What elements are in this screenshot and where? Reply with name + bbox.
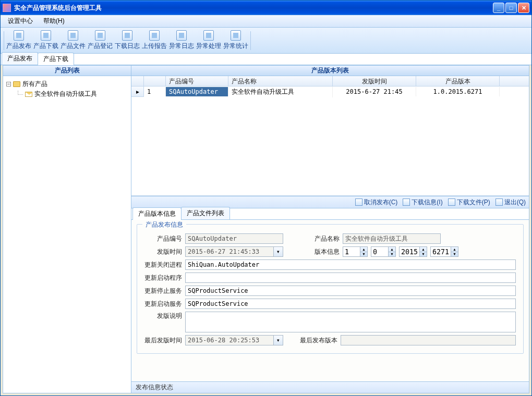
toolbar-product-register[interactable]: 产品登记 <box>87 29 114 52</box>
download-icon <box>41 30 51 41</box>
publish-icon <box>14 30 24 41</box>
tab-file-list[interactable]: 产品文件列表 <box>181 207 230 219</box>
tree-child-label: 实全软件自动升级工具 <box>34 90 97 98</box>
start-service-field[interactable] <box>185 299 516 309</box>
grid-header: 产品编号 产品名称 发版时间 产品版本 <box>131 76 529 86</box>
tab-version-info[interactable]: 产品版本信息 <box>132 207 182 220</box>
row-indicator-icon: ▸ <box>131 86 144 97</box>
menubar: 设置中心 帮助(H) <box>1 15 531 28</box>
exit-icon <box>495 199 503 206</box>
start-program-field[interactable] <box>185 273 516 283</box>
minimize-button[interactable]: _ <box>493 3 504 13</box>
maximize-button[interactable]: □ <box>505 3 517 13</box>
product-tree[interactable]: − 所有产品 实全软件自动升级工具 <box>3 76 131 393</box>
titlebar: 实全产品管理系统后台管理工具 _ □ ✕ <box>1 1 531 15</box>
folder-icon <box>13 81 20 87</box>
product-code-field[interactable] <box>185 233 283 244</box>
tree-root-label: 所有产品 <box>22 80 47 89</box>
close-button[interactable]: ✕ <box>518 3 529 13</box>
toolbar: 产品发布 产品下载 产品文件 产品登记 下载日志 上传报告 异常日志 异常处理 … <box>1 28 531 54</box>
menu-settings[interactable]: 设置中心 <box>4 16 37 27</box>
dropdown-icon[interactable]: ▾ <box>274 335 283 345</box>
col-publish-time[interactable]: 发版时间 <box>333 76 416 86</box>
version-major-stepper[interactable]: ▲▼ <box>343 246 368 257</box>
tab-product-publish[interactable]: 产品发布 <box>2 52 38 65</box>
dropdown-icon[interactable]: ▾ <box>274 246 283 257</box>
last-publish-time-field[interactable] <box>185 335 274 345</box>
status-text: 发布信息状态 <box>136 383 173 392</box>
publish-info-group: 产品发布信息 产品编号 产品名称 发版时间 ▾ 版本信息 ▲▼ <box>137 224 524 354</box>
exlog-icon <box>176 30 187 41</box>
version-build-stepper[interactable]: ▲▼ <box>399 246 427 257</box>
log-icon <box>122 30 132 41</box>
app-icon <box>3 4 11 12</box>
report-icon <box>149 30 160 41</box>
stop-service-field[interactable] <box>185 286 516 296</box>
cancel-publish-button[interactable]: 取消发布(C) <box>355 198 398 207</box>
last-version-field[interactable] <box>341 335 516 345</box>
download-info-button[interactable]: 下载信息(I) <box>403 198 442 207</box>
fieldset-legend: 产品发布信息 <box>142 220 186 229</box>
publish-time-field[interactable] <box>185 246 274 257</box>
toolbar-exception-handle[interactable]: 异常处理 <box>195 29 222 52</box>
grid-title: 产品版本列表 <box>131 66 529 76</box>
download-file-button[interactable]: 下载文件(P) <box>448 198 490 207</box>
exstats-icon <box>231 30 241 41</box>
publish-desc-field[interactable] <box>185 312 516 332</box>
collapse-icon[interactable]: − <box>6 82 11 86</box>
menu-help[interactable]: 帮助(H) <box>39 16 69 27</box>
exhandle-icon <box>203 30 214 41</box>
grid-row[interactable]: ▸ 1 SQAutoUpdater 实全软件自动升级工具 2015-6-27 2… <box>131 86 529 97</box>
toolbar-upload-report[interactable]: 上传报告 <box>141 29 168 52</box>
left-pane-title: 产品列表 <box>3 66 131 76</box>
item-icon <box>25 92 32 97</box>
download-file-icon <box>448 199 455 206</box>
col-product-name[interactable]: 产品名称 <box>228 76 333 86</box>
toolbar-product-files[interactable]: 产品文件 <box>59 29 87 52</box>
col-product-code[interactable]: 产品编号 <box>166 76 228 86</box>
register-icon <box>95 30 105 41</box>
tree-child[interactable]: 实全软件自动升级工具 <box>6 89 128 99</box>
tree-root[interactable]: − 所有产品 <box>6 79 128 89</box>
toolbar-exception-log[interactable]: 异常日志 <box>168 29 195 52</box>
exit-button[interactable]: 退出(Q) <box>495 198 526 207</box>
info-icon <box>403 199 410 206</box>
main-tabs: 产品发布 产品下载 <box>1 54 531 65</box>
version-rev-stepper[interactable]: ▲▼ <box>430 246 458 257</box>
detail-tabs: 产品版本信息 产品文件列表 <box>131 208 529 220</box>
window-title: 实全产品管理系统后台管理工具 <box>14 4 493 13</box>
col-product-version[interactable]: 产品版本 <box>416 76 500 86</box>
statusbar: 发布信息状态 <box>131 381 529 393</box>
toolbar-exception-stats[interactable]: 异常统计 <box>222 29 249 52</box>
version-minor-stepper[interactable]: ▲▼ <box>371 246 396 257</box>
files-icon <box>68 30 78 41</box>
toolbar-product-download[interactable]: 产品下载 <box>32 29 59 52</box>
tab-product-download[interactable]: 产品下载 <box>38 53 74 65</box>
product-name-field[interactable] <box>343 233 441 244</box>
close-process-field[interactable] <box>185 259 516 270</box>
toolbar-product-publish[interactable]: 产品发布 <box>5 29 32 52</box>
toolbar-download-log[interactable]: 下载日志 <box>114 29 141 52</box>
cancel-icon <box>355 199 362 206</box>
cell-product-code[interactable]: SQAutoUpdater <box>166 87 228 96</box>
